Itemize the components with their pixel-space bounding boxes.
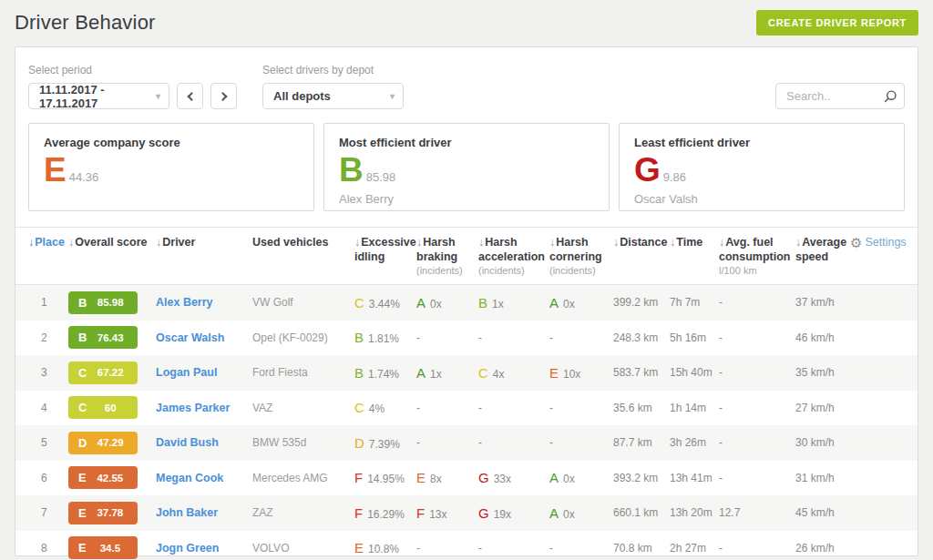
score-badge: D47.29 bbox=[68, 432, 138, 454]
summary-card-average-score: Average company score E 44.36 bbox=[28, 123, 314, 211]
settings-button[interactable]: ⚙Settings bbox=[850, 236, 907, 249]
overall-score-cell: B85.98 bbox=[68, 291, 156, 314]
column-header-place[interactable]: ↓Place bbox=[28, 236, 68, 250]
previous-period-button[interactable] bbox=[177, 83, 203, 109]
time-cell: 2h 27m bbox=[670, 542, 719, 555]
driver-cell: Megan Cook bbox=[156, 472, 252, 484]
driver-link[interactable]: Alex Berry bbox=[156, 296, 213, 309]
speed-cell: 26 km/h bbox=[795, 542, 850, 555]
card-driver-name: Alex Berry bbox=[339, 192, 594, 206]
column-label: Overall score bbox=[75, 236, 147, 249]
vehicle-cell: Mercedes AMG bbox=[252, 472, 354, 484]
grade-score: 85.98 bbox=[366, 170, 396, 184]
sort-arrow-icon: ↓ bbox=[156, 236, 161, 249]
harsh-cornering-cell: A0x bbox=[549, 470, 613, 485]
chevron-right-icon bbox=[218, 92, 227, 101]
place-cell: 6 bbox=[28, 472, 68, 484]
card-title: Average company score bbox=[44, 136, 299, 149]
fuel-cell: - bbox=[719, 296, 795, 309]
place-cell: 8 bbox=[28, 542, 68, 555]
summary-card-least-efficient: Least efficient driver G 9.86 Oscar Vals… bbox=[619, 123, 905, 211]
column-header-harsh-cornering[interactable]: ↓Harsh cornering(incidents) bbox=[549, 236, 613, 278]
grade-letter: G bbox=[634, 157, 661, 184]
overall-score-cell: C67.22 bbox=[68, 361, 156, 384]
column-sublabel: (incidents) bbox=[478, 265, 544, 278]
column-label: Driver bbox=[162, 236, 195, 249]
card-driver-name bbox=[44, 192, 299, 206]
speed-cell: 37 km/h bbox=[795, 296, 850, 309]
speed-cell: 30 km/h bbox=[795, 436, 850, 449]
table-header: ↓Place↓Overall score↓DriverUsed vehicles… bbox=[15, 227, 918, 285]
driver-link[interactable]: Oscar Walsh bbox=[156, 331, 224, 344]
period-label: Select period bbox=[28, 64, 237, 76]
column-header-time[interactable]: ↓Time bbox=[670, 236, 719, 250]
fuel-cell: - bbox=[719, 542, 795, 555]
sort-arrow-icon: ↓ bbox=[478, 236, 484, 249]
excessive-idling-cell: E10.8% bbox=[354, 540, 416, 555]
fuel-cell: - bbox=[719, 472, 795, 484]
column-header-distance[interactable]: ↓Distance bbox=[613, 236, 670, 250]
column-header-driver[interactable]: ↓Driver bbox=[156, 236, 252, 250]
column-header-average-speed[interactable]: ↓Average speed bbox=[795, 236, 850, 264]
excessive-idling-cell: B1.74% bbox=[354, 365, 416, 381]
grade-score: 9.86 bbox=[663, 170, 686, 184]
sort-arrow-icon: ↓ bbox=[28, 236, 34, 249]
score-badge: E42.55 bbox=[68, 466, 138, 489]
harsh-cornering-cell: - bbox=[549, 436, 613, 449]
vehicle-cell: Ford Fiesta bbox=[252, 366, 354, 379]
table-row: 8E34.5Jogn GreenVOLVOE10.8%---70.8 km2h … bbox=[15, 531, 918, 560]
driver-cell: Jogn Green bbox=[156, 542, 252, 555]
period-select[interactable]: 11.11.2017 - 17.11.2017 ▾ bbox=[28, 83, 169, 109]
distance-cell: 660.1 km bbox=[613, 506, 670, 519]
gear-icon: ⚙ bbox=[850, 236, 862, 249]
driver-link[interactable]: James Parker bbox=[156, 402, 230, 414]
distance-cell: 35.6 km bbox=[613, 402, 670, 414]
distance-cell: 70.8 km bbox=[613, 542, 670, 555]
score-badge: C60 bbox=[68, 396, 138, 419]
excessive-idling-cell: F16.29% bbox=[354, 505, 416, 521]
column-header-overall-score[interactable]: ↓Overall score bbox=[68, 236, 156, 250]
score-badge: C67.22 bbox=[68, 361, 138, 384]
driver-link[interactable]: Jogn Green bbox=[156, 542, 219, 555]
grade-score: 44.36 bbox=[69, 170, 99, 184]
column-label: Excessive idling bbox=[354, 236, 416, 263]
time-cell: 13h 20m bbox=[670, 506, 719, 519]
distance-cell: 583.7 km bbox=[613, 366, 670, 379]
vehicle-cell: VOLVO bbox=[252, 542, 354, 555]
overall-score-cell: C60 bbox=[68, 396, 156, 419]
driver-link[interactable]: Logan Paul bbox=[156, 366, 217, 379]
harsh-cornering-cell: A0x bbox=[549, 295, 613, 311]
harsh-acceleration-cell: - bbox=[478, 402, 549, 414]
settings-label: Settings bbox=[865, 236, 906, 249]
harsh-braking-cell: - bbox=[416, 331, 478, 344]
speed-cell: 35 km/h bbox=[795, 366, 850, 379]
overall-score-cell: E37.78 bbox=[68, 502, 156, 524]
column-header-harsh-braking[interactable]: ↓Harsh braking(incidents) bbox=[416, 236, 478, 278]
fuel-cell: - bbox=[719, 366, 795, 379]
driver-link[interactable]: David Bush bbox=[156, 436, 219, 449]
column-sublabel: (incidents) bbox=[549, 265, 608, 278]
driver-link[interactable]: Megan Cook bbox=[156, 472, 223, 484]
distance-cell: 87.7 km bbox=[613, 436, 670, 449]
vehicle-cell: BMW 535d bbox=[252, 436, 354, 449]
column-header-excessive-idling[interactable]: ↓Excessive idling bbox=[354, 236, 416, 264]
harsh-cornering-cell: - bbox=[549, 542, 613, 555]
depot-select[interactable]: All depots ▾ bbox=[262, 83, 404, 109]
speed-cell: 27 km/h bbox=[795, 402, 850, 414]
column-header-avg-fuel-consumption[interactable]: ↓Avg. fuel consumptionl/100 km bbox=[719, 236, 795, 278]
next-period-button[interactable] bbox=[210, 83, 237, 109]
column-label: Time bbox=[676, 236, 702, 249]
harsh-braking-cell: E8x bbox=[416, 470, 478, 485]
caret-down-icon: ▾ bbox=[156, 91, 160, 101]
score-badge: E37.78 bbox=[68, 502, 138, 524]
card-title: Most efficient driver bbox=[339, 136, 594, 149]
excessive-idling-cell: C4% bbox=[354, 400, 416, 415]
time-cell: 1h 14m bbox=[670, 402, 719, 414]
driver-link[interactable]: John Baker bbox=[156, 506, 218, 519]
column-label: Harsh braking bbox=[416, 236, 457, 263]
harsh-acceleration-cell: - bbox=[478, 542, 549, 555]
column-header-harsh-acceleration[interactable]: ↓Harsh acceleration(incidents) bbox=[478, 236, 549, 278]
table-row: 1B85.98Alex BerryVW GolfC3.44%A0xB1xA0x3… bbox=[15, 285, 918, 321]
create-driver-report-button[interactable]: CREATE DRIVER REPORT bbox=[756, 10, 918, 36]
vehicle-cell: ZAZ bbox=[252, 506, 354, 519]
